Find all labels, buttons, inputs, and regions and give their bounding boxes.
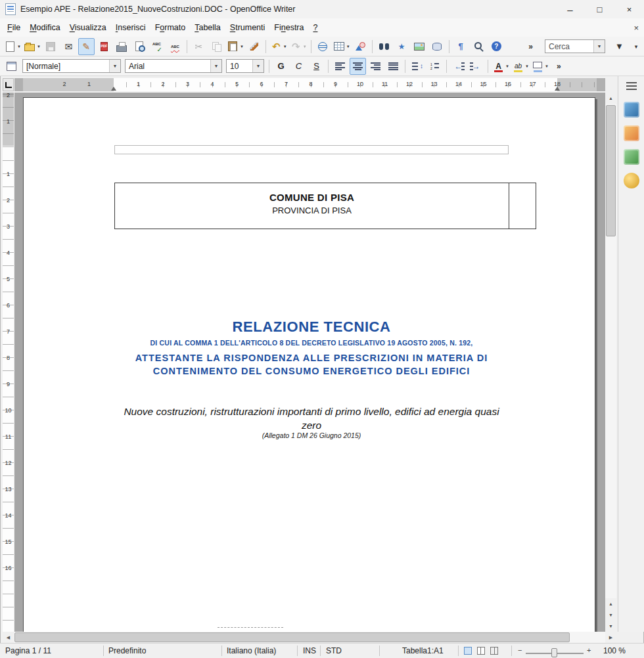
menu-visualizza[interactable]: Visualizza [65, 20, 111, 35]
subject-text[interactable]: Nuove costruzioni, ristrutturazioni impo… [114, 405, 509, 432]
previous-page-button[interactable]: ▲ [605, 598, 616, 609]
toolbar-options-button[interactable]: ▾ [632, 43, 641, 50]
help-button[interactable]: ? [488, 38, 505, 55]
view-book-button[interactable] [490, 647, 498, 655]
font-size-select[interactable]: 10 ▼ [226, 59, 264, 73]
selection-mode-indicator[interactable]: STD [326, 646, 342, 655]
numbered-list-button[interactable] [426, 58, 443, 75]
page-style-indicator[interactable]: Predefinito [108, 646, 146, 655]
navigator-deck-button[interactable] [621, 170, 642, 191]
email-button[interactable]: ✉ [60, 38, 77, 55]
horizontal-scrollbar-thumb[interactable] [14, 632, 570, 642]
insert-mode-indicator[interactable]: INS [303, 646, 316, 655]
align-right-button[interactable] [367, 58, 384, 75]
search-input[interactable]: Cerca ▼ [545, 39, 605, 53]
undo-button[interactable]: ↶▼ [269, 38, 288, 55]
underline-button[interactable]: S [308, 58, 325, 75]
paragraph-style-select[interactable]: [Normale] ▼ [22, 59, 121, 73]
find-next-button[interactable]: ▼ [611, 38, 628, 55]
header-table-cell-right[interactable] [509, 183, 536, 229]
org-name[interactable]: COMUNE DI PISA [115, 192, 509, 203]
language-indicator[interactable]: Italiano (Italia) [227, 646, 276, 655]
minimize-button[interactable]: – [555, 0, 585, 18]
formatting-overflow-button[interactable]: » [551, 58, 567, 75]
page-indicator[interactable]: Pagina 1 / 11 [5, 646, 51, 655]
find-replace-button[interactable] [376, 38, 392, 55]
nonprinting-characters-button[interactable]: ¶ [453, 38, 469, 55]
menu-finestra[interactable]: Finestra [269, 20, 308, 35]
style-dropdown-icon[interactable]: ▼ [109, 60, 120, 72]
font-color-button[interactable]: A▼ [492, 58, 510, 75]
edit-mode-button[interactable]: ✎ [78, 38, 95, 55]
header-table-cell[interactable]: COMUNE DI PISA PROVINCIA DI PISA [115, 183, 509, 229]
hyperlink-button[interactable] [315, 38, 331, 55]
view-single-page-button[interactable] [464, 647, 472, 655]
line-spacing-button[interactable] [409, 58, 425, 75]
open-button[interactable]: ▼ [23, 38, 41, 55]
view-multi-page-button[interactable] [477, 647, 485, 655]
document-close-icon[interactable]: × [633, 23, 639, 33]
tab-stop-selector[interactable] [3, 78, 14, 91]
menu-modifica[interactable]: Modifica [25, 20, 65, 35]
background-color-button[interactable]: ▼ [531, 58, 549, 75]
font-name-select[interactable]: Arial ▼ [125, 59, 222, 73]
law-reference[interactable]: DI CUI AL COMMA 1 DELL'ARTICOLO 8 DEL DE… [114, 339, 509, 347]
menu-inserisci[interactable]: Inserisci [111, 20, 150, 35]
gallery-button[interactable] [411, 38, 428, 55]
toolbar-overflow-button[interactable]: » [522, 38, 539, 55]
increase-indent-button[interactable]: → [468, 58, 484, 75]
zoom-out-button[interactable]: − [518, 646, 522, 654]
document-canvas[interactable]: COMUNE DI PISA PROVINCIA DI PISA RELAZIO… [14, 93, 605, 632]
empty-frame[interactable] [114, 145, 509, 154]
left-margin-marker[interactable] [111, 87, 116, 91]
org-subtitle[interactable]: PROVINCIA DI PISA [115, 206, 509, 215]
draw-functions-button[interactable] [352, 38, 369, 55]
paste-button[interactable]: ▼ [226, 38, 244, 55]
subject-note[interactable]: (Allegato 1 DM 26 Giugno 2015) [114, 431, 509, 439]
align-center-button[interactable] [350, 58, 366, 75]
zoom-level[interactable]: 100 % [603, 646, 626, 655]
vertical-scrollbar-thumb[interactable] [606, 105, 616, 236]
highlighting-button[interactable]: ab▼ [511, 58, 530, 75]
new-document-button[interactable]: ▼ [3, 38, 22, 55]
h-ruler[interactable]: 12123456789101112131415161718 [14, 78, 605, 91]
font-dropdown-icon[interactable]: ▼ [210, 60, 221, 72]
zoom-button[interactable] [471, 38, 487, 55]
zoom-slider-thumb[interactable] [551, 648, 557, 657]
close-button[interactable]: × [614, 0, 644, 18]
align-left-button[interactable] [332, 58, 348, 75]
styles-panel-button[interactable] [3, 58, 20, 75]
menu-tabella[interactable]: Tabella [190, 20, 225, 35]
print-button[interactable] [114, 38, 130, 55]
menu-file[interactable]: File [3, 20, 25, 35]
spelling-button[interactable] [149, 38, 166, 55]
bold-button[interactable]: G [273, 58, 289, 75]
statement-text[interactable]: ATTESTANTE LA RISPONDENZA ALLE PRESCRIZI… [114, 351, 509, 378]
align-justify-button[interactable] [385, 58, 402, 75]
scroll-up-button[interactable]: ▲ [605, 93, 616, 104]
scroll-right-button[interactable]: ▶ [605, 632, 616, 643]
page-preview-button[interactable] [131, 38, 148, 55]
export-pdf-button[interactable] [96, 38, 112, 55]
data-sources-button[interactable] [429, 38, 446, 55]
scroll-left-button[interactable]: ◀ [3, 632, 14, 643]
italic-button[interactable]: C [290, 58, 307, 75]
document-page[interactable]: COMUNE DI PISA PROVINCIA DI PISA RELAZIO… [23, 97, 595, 632]
styles-deck-button[interactable] [621, 123, 642, 144]
document-title[interactable]: RELAZIONE TECNICA [114, 318, 509, 336]
header-table[interactable]: COMUNE DI PISA PROVINCIA DI PISA [114, 183, 536, 229]
autospellcheck-button[interactable] [167, 38, 183, 55]
size-dropdown-icon[interactable]: ▼ [252, 60, 264, 72]
menu-formato[interactable]: Formato [150, 20, 191, 35]
maximize-button[interactable]: □ [585, 0, 614, 18]
v-ruler[interactable]: 1212345678910111213141516 [3, 93, 14, 632]
horizontal-scrollbar[interactable]: ◀ ▶ [3, 632, 616, 643]
next-page-button[interactable]: ▼ [605, 609, 616, 621]
sidebar-menu-icon[interactable] [626, 82, 637, 90]
vertical-scrollbar[interactable]: ▲ ▲ ▼ ▼ [605, 93, 616, 632]
search-dropdown-icon[interactable]: ▼ [593, 40, 605, 53]
navigator-button[interactable]: ★ [394, 38, 410, 55]
format-paintbrush-button[interactable] [246, 38, 262, 55]
insert-table-button[interactable]: ▼ [333, 38, 351, 55]
decrease-indent-button[interactable]: ← [450, 58, 467, 75]
